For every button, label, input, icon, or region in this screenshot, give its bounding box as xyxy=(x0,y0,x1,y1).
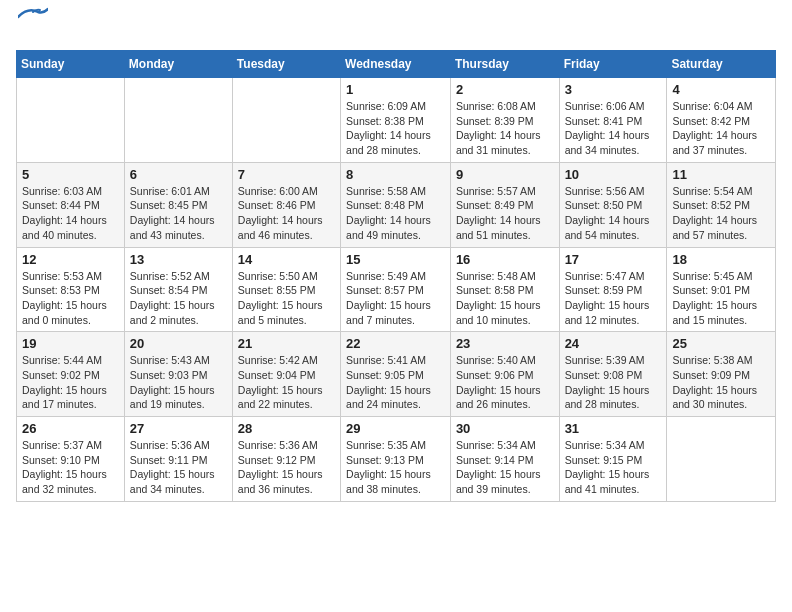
calendar-week-row: 26Sunrise: 5:37 AMSunset: 9:10 PMDayligh… xyxy=(17,417,776,502)
calendar-cell: 8Sunrise: 5:58 AMSunset: 8:48 PMDaylight… xyxy=(341,162,451,247)
calendar-cell: 11Sunrise: 5:54 AMSunset: 8:52 PMDayligh… xyxy=(667,162,776,247)
day-info: Sunrise: 5:54 AMSunset: 8:52 PMDaylight:… xyxy=(672,184,770,243)
logo xyxy=(16,16,48,38)
calendar-cell: 25Sunrise: 5:38 AMSunset: 9:09 PMDayligh… xyxy=(667,332,776,417)
day-info: Sunrise: 5:36 AMSunset: 9:12 PMDaylight:… xyxy=(238,438,335,497)
calendar-cell: 15Sunrise: 5:49 AMSunset: 8:57 PMDayligh… xyxy=(341,247,451,332)
calendar-cell: 21Sunrise: 5:42 AMSunset: 9:04 PMDayligh… xyxy=(232,332,340,417)
day-info: Sunrise: 6:01 AMSunset: 8:45 PMDaylight:… xyxy=(130,184,227,243)
calendar-week-row: 5Sunrise: 6:03 AMSunset: 8:44 PMDaylight… xyxy=(17,162,776,247)
day-info: Sunrise: 5:38 AMSunset: 9:09 PMDaylight:… xyxy=(672,353,770,412)
day-info: Sunrise: 5:36 AMSunset: 9:11 PMDaylight:… xyxy=(130,438,227,497)
day-number: 4 xyxy=(672,82,770,97)
weekday-header-thursday: Thursday xyxy=(450,51,559,78)
day-number: 13 xyxy=(130,252,227,267)
weekday-header-saturday: Saturday xyxy=(667,51,776,78)
day-info: Sunrise: 5:58 AMSunset: 8:48 PMDaylight:… xyxy=(346,184,445,243)
day-info: Sunrise: 5:45 AMSunset: 9:01 PMDaylight:… xyxy=(672,269,770,328)
day-number: 12 xyxy=(22,252,119,267)
day-number: 27 xyxy=(130,421,227,436)
day-number: 9 xyxy=(456,167,554,182)
calendar-cell: 14Sunrise: 5:50 AMSunset: 8:55 PMDayligh… xyxy=(232,247,340,332)
day-info: Sunrise: 6:08 AMSunset: 8:39 PMDaylight:… xyxy=(456,99,554,158)
day-number: 2 xyxy=(456,82,554,97)
page-header xyxy=(16,16,776,38)
calendar-cell: 10Sunrise: 5:56 AMSunset: 8:50 PMDayligh… xyxy=(559,162,667,247)
weekday-header-monday: Monday xyxy=(124,51,232,78)
day-number: 23 xyxy=(456,336,554,351)
day-info: Sunrise: 5:34 AMSunset: 9:15 PMDaylight:… xyxy=(565,438,662,497)
day-info: Sunrise: 6:00 AMSunset: 8:46 PMDaylight:… xyxy=(238,184,335,243)
calendar-cell: 5Sunrise: 6:03 AMSunset: 8:44 PMDaylight… xyxy=(17,162,125,247)
calendar-table: SundayMondayTuesdayWednesdayThursdayFrid… xyxy=(16,50,776,502)
calendar-cell: 19Sunrise: 5:44 AMSunset: 9:02 PMDayligh… xyxy=(17,332,125,417)
day-info: Sunrise: 5:56 AMSunset: 8:50 PMDaylight:… xyxy=(565,184,662,243)
day-number: 1 xyxy=(346,82,445,97)
calendar-cell: 31Sunrise: 5:34 AMSunset: 9:15 PMDayligh… xyxy=(559,417,667,502)
day-info: Sunrise: 5:50 AMSunset: 8:55 PMDaylight:… xyxy=(238,269,335,328)
logo-bird-icon xyxy=(18,7,48,27)
day-number: 16 xyxy=(456,252,554,267)
day-info: Sunrise: 6:03 AMSunset: 8:44 PMDaylight:… xyxy=(22,184,119,243)
day-info: Sunrise: 6:09 AMSunset: 8:38 PMDaylight:… xyxy=(346,99,445,158)
calendar-cell: 16Sunrise: 5:48 AMSunset: 8:58 PMDayligh… xyxy=(450,247,559,332)
calendar-cell: 22Sunrise: 5:41 AMSunset: 9:05 PMDayligh… xyxy=(341,332,451,417)
day-number: 28 xyxy=(238,421,335,436)
day-info: Sunrise: 5:41 AMSunset: 9:05 PMDaylight:… xyxy=(346,353,445,412)
calendar-cell: 4Sunrise: 6:04 AMSunset: 8:42 PMDaylight… xyxy=(667,78,776,163)
calendar-cell: 12Sunrise: 5:53 AMSunset: 8:53 PMDayligh… xyxy=(17,247,125,332)
day-info: Sunrise: 5:40 AMSunset: 9:06 PMDaylight:… xyxy=(456,353,554,412)
calendar-cell xyxy=(232,78,340,163)
day-number: 26 xyxy=(22,421,119,436)
day-number: 5 xyxy=(22,167,119,182)
calendar-cell: 27Sunrise: 5:36 AMSunset: 9:11 PMDayligh… xyxy=(124,417,232,502)
calendar-cell: 29Sunrise: 5:35 AMSunset: 9:13 PMDayligh… xyxy=(341,417,451,502)
calendar-cell: 20Sunrise: 5:43 AMSunset: 9:03 PMDayligh… xyxy=(124,332,232,417)
day-number: 17 xyxy=(565,252,662,267)
day-info: Sunrise: 6:06 AMSunset: 8:41 PMDaylight:… xyxy=(565,99,662,158)
day-info: Sunrise: 5:57 AMSunset: 8:49 PMDaylight:… xyxy=(456,184,554,243)
day-info: Sunrise: 5:49 AMSunset: 8:57 PMDaylight:… xyxy=(346,269,445,328)
calendar-cell: 13Sunrise: 5:52 AMSunset: 8:54 PMDayligh… xyxy=(124,247,232,332)
calendar-cell: 2Sunrise: 6:08 AMSunset: 8:39 PMDaylight… xyxy=(450,78,559,163)
day-number: 18 xyxy=(672,252,770,267)
day-info: Sunrise: 5:35 AMSunset: 9:13 PMDaylight:… xyxy=(346,438,445,497)
day-number: 29 xyxy=(346,421,445,436)
day-info: Sunrise: 5:44 AMSunset: 9:02 PMDaylight:… xyxy=(22,353,119,412)
weekday-header-friday: Friday xyxy=(559,51,667,78)
day-number: 19 xyxy=(22,336,119,351)
calendar-cell: 9Sunrise: 5:57 AMSunset: 8:49 PMDaylight… xyxy=(450,162,559,247)
calendar-cell: 24Sunrise: 5:39 AMSunset: 9:08 PMDayligh… xyxy=(559,332,667,417)
day-info: Sunrise: 5:48 AMSunset: 8:58 PMDaylight:… xyxy=(456,269,554,328)
calendar-cell: 28Sunrise: 5:36 AMSunset: 9:12 PMDayligh… xyxy=(232,417,340,502)
day-number: 14 xyxy=(238,252,335,267)
calendar-week-row: 19Sunrise: 5:44 AMSunset: 9:02 PMDayligh… xyxy=(17,332,776,417)
day-info: Sunrise: 5:52 AMSunset: 8:54 PMDaylight:… xyxy=(130,269,227,328)
calendar-cell: 18Sunrise: 5:45 AMSunset: 9:01 PMDayligh… xyxy=(667,247,776,332)
day-number: 15 xyxy=(346,252,445,267)
weekday-header-sunday: Sunday xyxy=(17,51,125,78)
day-number: 3 xyxy=(565,82,662,97)
day-number: 20 xyxy=(130,336,227,351)
day-number: 11 xyxy=(672,167,770,182)
day-info: Sunrise: 5:34 AMSunset: 9:14 PMDaylight:… xyxy=(456,438,554,497)
day-number: 25 xyxy=(672,336,770,351)
calendar-cell: 1Sunrise: 6:09 AMSunset: 8:38 PMDaylight… xyxy=(341,78,451,163)
day-info: Sunrise: 5:43 AMSunset: 9:03 PMDaylight:… xyxy=(130,353,227,412)
day-info: Sunrise: 5:37 AMSunset: 9:10 PMDaylight:… xyxy=(22,438,119,497)
weekday-header-wednesday: Wednesday xyxy=(341,51,451,78)
calendar-cell: 30Sunrise: 5:34 AMSunset: 9:14 PMDayligh… xyxy=(450,417,559,502)
day-number: 22 xyxy=(346,336,445,351)
calendar-cell: 6Sunrise: 6:01 AMSunset: 8:45 PMDaylight… xyxy=(124,162,232,247)
calendar-week-row: 12Sunrise: 5:53 AMSunset: 8:53 PMDayligh… xyxy=(17,247,776,332)
day-info: Sunrise: 5:42 AMSunset: 9:04 PMDaylight:… xyxy=(238,353,335,412)
day-info: Sunrise: 6:04 AMSunset: 8:42 PMDaylight:… xyxy=(672,99,770,158)
day-info: Sunrise: 5:47 AMSunset: 8:59 PMDaylight:… xyxy=(565,269,662,328)
day-number: 30 xyxy=(456,421,554,436)
day-info: Sunrise: 5:39 AMSunset: 9:08 PMDaylight:… xyxy=(565,353,662,412)
calendar-cell: 7Sunrise: 6:00 AMSunset: 8:46 PMDaylight… xyxy=(232,162,340,247)
day-number: 24 xyxy=(565,336,662,351)
day-number: 7 xyxy=(238,167,335,182)
day-info: Sunrise: 5:53 AMSunset: 8:53 PMDaylight:… xyxy=(22,269,119,328)
day-number: 31 xyxy=(565,421,662,436)
